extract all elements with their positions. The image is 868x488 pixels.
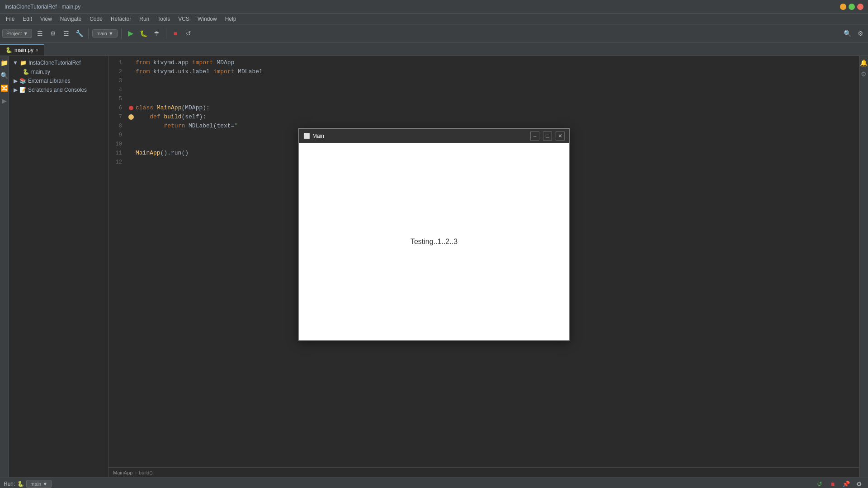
close-button[interactable]	[857, 4, 863, 10]
menu-help[interactable]: Help	[222, 15, 240, 23]
bottom-area: Run: 🐍 main ▼ ↺ ■ 📌 ⚙ [INFO] [GL ] Using…	[0, 477, 868, 488]
menu-edit[interactable]: Edit	[19, 15, 36, 23]
menu-refactor[interactable]: Refactor	[107, 15, 135, 23]
console-run-config-label: main	[30, 481, 41, 487]
console-settings-button[interactable]: ⚙	[854, 479, 864, 488]
activity-run-icon[interactable]: ▶	[1, 96, 8, 105]
activity-search-icon[interactable]: 🔍	[0, 71, 9, 80]
console-rerun-button[interactable]: ↺	[814, 479, 825, 488]
project-label: Project	[6, 31, 22, 36]
debug-button[interactable]: 🐛	[138, 28, 149, 39]
console-run-dropdown: ▼	[42, 481, 47, 487]
breadcrumb-separator: ›	[135, 470, 137, 475]
activity-bar: 📁 🔍 🔀 ▶	[0, 56, 9, 477]
run-python-icon: 🐍	[17, 481, 24, 487]
code-line-2: 2 from kivymd.uix.label import MDLabel	[108, 67, 859, 76]
scratches-icon: 📝	[19, 87, 26, 93]
toolbar-icon-2[interactable]: ⚙	[47, 28, 58, 39]
code-line-7: 7 def build(self):	[108, 113, 859, 122]
floating-title-area: ⬜ Main	[303, 133, 324, 139]
project-root[interactable]: ▼ 📁 InstaCloneTutorialRef	[9, 58, 108, 67]
menu-file[interactable]: File	[2, 15, 18, 23]
toolbar-sep-1	[88, 28, 89, 39]
maximize-button[interactable]	[849, 4, 855, 10]
code-line-1: 1 from kivymd.app import MDApp	[108, 58, 859, 67]
rerun-button[interactable]: ↺	[183, 28, 194, 39]
floating-window-icon: ⬜	[303, 133, 310, 139]
floating-window-controls: – □ ✕	[530, 131, 565, 141]
right-icon-1[interactable]: 🔔	[859, 58, 868, 67]
scratches-chevron: ▶	[14, 87, 18, 93]
tab-main-py[interactable]: 🐍 main.py ×	[0, 44, 44, 56]
breakpoint-indicator	[129, 106, 133, 110]
floating-app-window: ⬜ Main – □ ✕ Testing..1..2..3	[298, 128, 570, 341]
run-label-area: Run: 🐍 main ▼	[4, 480, 52, 488]
menu-navigate[interactable]: Navigate	[57, 15, 85, 23]
coverage-button[interactable]: ☂	[151, 28, 162, 39]
menu-view[interactable]: View	[37, 15, 56, 23]
run-button[interactable]: ▶	[125, 28, 136, 39]
run-config-dropdown-icon: ▼	[108, 31, 113, 36]
floating-titlebar: ⬜ Main – □ ✕	[299, 129, 569, 143]
right-sidebar: 🔔 ⚙	[859, 56, 868, 477]
menu-bar: File Edit View Navigate Code Refactor Ru…	[0, 14, 868, 24]
project-root-chevron: ▼	[13, 60, 18, 66]
console-pin-button[interactable]: 📌	[840, 479, 851, 488]
minimize-button[interactable]	[840, 4, 846, 10]
stop-button[interactable]: ■	[170, 28, 181, 39]
floating-minimize-button[interactable]: –	[530, 131, 539, 141]
console-toolbar: Run: 🐍 main ▼ ↺ ■ 📌 ⚙	[0, 478, 868, 488]
dropdown-icon: ▼	[23, 31, 28, 36]
main-py-label: main.py	[31, 69, 50, 75]
console-stop-button[interactable]: ■	[827, 479, 838, 488]
toolbar-icon-1[interactable]: ☰	[34, 28, 45, 39]
menu-tools[interactable]: Tools	[154, 15, 174, 23]
code-line-5: 5	[108, 94, 859, 103]
project-root-label: InstaCloneTutorialRef	[28, 60, 81, 66]
project-button[interactable]: Project ▼	[2, 29, 32, 38]
code-line-6: 6 class MainApp(MDApp):	[108, 103, 859, 113]
breadcrumb-build: build()	[139, 470, 153, 475]
hint-indicator	[128, 114, 134, 120]
toolbar-icon-3[interactable]: ☲	[61, 28, 71, 39]
editor-area[interactable]: 1 from kivymd.app import MDApp 2 from ki…	[108, 56, 859, 477]
tab-icon: 🐍	[5, 47, 12, 53]
activity-project-icon[interactable]: 📁	[0, 58, 9, 67]
run-config-label: main	[96, 31, 107, 36]
toolbar-icon-4[interactable]: 🔧	[74, 28, 85, 39]
floating-maximize-button[interactable]: □	[543, 131, 552, 141]
main-layout: 📁 🔍 🔀 ▶ ▼ 📁 InstaCloneTutorialRef 🐍 main…	[0, 56, 868, 477]
menu-run[interactable]: Run	[136, 15, 153, 23]
console-run-config[interactable]: main ▼	[26, 480, 52, 488]
menu-code[interactable]: Code	[86, 15, 106, 23]
menu-window[interactable]: Window	[194, 15, 221, 23]
window-controls	[840, 4, 863, 10]
menu-vcs[interactable]: VCS	[175, 15, 193, 23]
app-title: InstaCloneTutorialRef - main.py	[5, 4, 80, 10]
run-label-text: Run:	[4, 481, 15, 487]
python-file-icon: 🐍	[23, 69, 29, 75]
external-libs-icon: 📚	[19, 78, 26, 84]
toolbar-sep-3	[166, 28, 166, 39]
title-bar-left: InstaCloneTutorialRef - main.py	[5, 4, 80, 10]
right-icon-2[interactable]: ⚙	[860, 70, 868, 79]
run-config-selector[interactable]: main ▼	[92, 29, 118, 38]
title-bar: InstaCloneTutorialRef - main.py	[0, 0, 868, 14]
toolbar: Project ▼ ☰ ⚙ ☲ 🔧 main ▼ ▶ 🐛 ☂ ■ ↺ 🔍 ⚙	[0, 24, 868, 42]
search-button[interactable]: 🔍	[842, 28, 853, 39]
toolbar-sep-2	[121, 28, 122, 39]
external-libs-chevron: ▶	[14, 78, 18, 84]
floating-close-button[interactable]: ✕	[556, 131, 565, 141]
app-body-text: Testing..1..2..3	[410, 238, 458, 246]
tab-close-button[interactable]: ×	[36, 48, 38, 53]
breadcrumb: MainApp › build()	[108, 467, 859, 477]
breadcrumb-main: MainApp	[113, 470, 132, 475]
tab-label: main.py	[14, 47, 33, 53]
settings-button[interactable]: ⚙	[855, 28, 866, 39]
project-scratches[interactable]: ▶ 📝 Scratches and Consoles	[9, 85, 108, 94]
project-folder-icon: 📁	[20, 60, 27, 66]
code-line-3: 3	[108, 76, 859, 85]
project-main-py[interactable]: 🐍 main.py	[9, 67, 108, 76]
project-external-libs[interactable]: ▶ 📚 External Libraries	[9, 76, 108, 85]
activity-vcs-icon[interactable]: 🔀	[0, 84, 9, 93]
